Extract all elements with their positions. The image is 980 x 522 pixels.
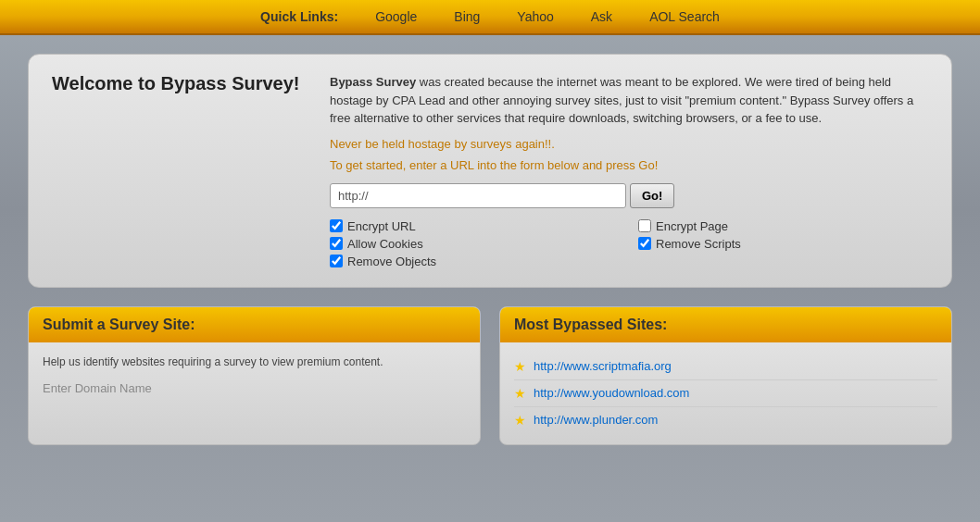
- welcome-title: Welcome to Bypass Survey!: [52, 73, 311, 94]
- nav-link-bing[interactable]: Bing: [454, 9, 480, 24]
- option-encrypt-page[interactable]: Encrypt Page: [638, 219, 928, 233]
- option-encrypt-page-label: Encrypt Page: [656, 219, 728, 233]
- submit-panel: Submit a Survey Site: Help us identify w…: [28, 306, 481, 445]
- bottom-panels: Submit a Survey Site: Help us identify w…: [28, 306, 952, 445]
- option-remove-objects-label: Remove Objects: [347, 255, 436, 268]
- bypassed-panel-body: ★ http://www.scriptmafia.org ★ http://ww…: [500, 342, 951, 444]
- submit-panel-body: Help us identify websites requiring a su…: [29, 342, 480, 406]
- option-remove-scripts[interactable]: Remove Scripts: [638, 237, 928, 251]
- nav-link-yahoo[interactable]: Yahoo: [517, 9, 553, 24]
- submit-domain-label: Enter Domain Name: [43, 381, 466, 395]
- list-item: ★ http://www.scriptmafia.org: [514, 354, 937, 380]
- site-link-3[interactable]: http://www.plunder.com: [534, 413, 658, 427]
- site-link-2[interactable]: http://www.youdownload.com: [534, 386, 689, 400]
- checkbox-encrypt-page[interactable]: [638, 219, 651, 232]
- submit-panel-header: Submit a Survey Site:: [29, 307, 480, 342]
- site-list: ★ http://www.scriptmafia.org ★ http://ww…: [514, 354, 937, 433]
- nav-link-aol[interactable]: AOL Search: [649, 9, 720, 24]
- list-item: ★ http://www.plunder.com: [514, 407, 937, 433]
- option-allow-cookies[interactable]: Allow Cookies: [330, 237, 620, 251]
- options-grid: Encrypt URL Encrypt Page Allow Cookies R…: [330, 219, 928, 268]
- bypassed-panel: Most Bypassed Sites: ★ http://www.script…: [499, 306, 952, 445]
- url-form: Go!: [330, 183, 928, 208]
- welcome-instruction: To get started, enter a URL into the for…: [330, 158, 928, 172]
- bypassed-panel-header: Most Bypassed Sites:: [500, 307, 951, 342]
- welcome-desc-body: was created because the internet was mea…: [330, 75, 913, 125]
- list-item: ★ http://www.youdownload.com: [514, 380, 937, 407]
- go-button[interactable]: Go!: [630, 183, 674, 208]
- checkbox-allow-cookies[interactable]: [330, 237, 343, 250]
- checkbox-remove-scripts[interactable]: [638, 237, 651, 250]
- submit-panel-desc: Help us identify websites requiring a su…: [43, 354, 466, 370]
- bypass-survey-brand: Bypass Survey: [330, 75, 416, 89]
- nav-bar: Quick Links: Google Bing Yahoo Ask AOL S…: [0, 0, 980, 35]
- welcome-description: Bypass Survey was created because the in…: [330, 73, 928, 128]
- option-encrypt-url[interactable]: Encrypt URL: [330, 219, 620, 233]
- welcome-right: Bypass Survey was created because the in…: [330, 73, 928, 268]
- checkbox-encrypt-url[interactable]: [330, 219, 343, 232]
- nav-quick-links-label: Quick Links:: [260, 9, 338, 24]
- welcome-tagline: Never be held hostage by surveys again!!…: [330, 137, 928, 151]
- checkbox-remove-objects[interactable]: [330, 255, 343, 267]
- option-encrypt-url-label: Encrypt URL: [347, 219, 416, 233]
- nav-link-ask[interactable]: Ask: [591, 9, 612, 24]
- welcome-left: Welcome to Bypass Survey!: [52, 73, 311, 268]
- star-icon-1: ★: [514, 359, 526, 374]
- star-icon-2: ★: [514, 386, 526, 401]
- main-content: Welcome to Bypass Survey! Bypass Survey …: [0, 35, 980, 464]
- option-remove-objects[interactable]: Remove Objects: [330, 255, 620, 268]
- star-icon-3: ★: [514, 413, 526, 428]
- option-allow-cookies-label: Allow Cookies: [347, 237, 423, 251]
- nav-link-google[interactable]: Google: [375, 9, 417, 24]
- url-input[interactable]: [330, 183, 626, 208]
- welcome-card: Welcome to Bypass Survey! Bypass Survey …: [28, 54, 952, 288]
- option-remove-scripts-label: Remove Scripts: [656, 237, 741, 251]
- site-link-1[interactable]: http://www.scriptmafia.org: [534, 359, 672, 373]
